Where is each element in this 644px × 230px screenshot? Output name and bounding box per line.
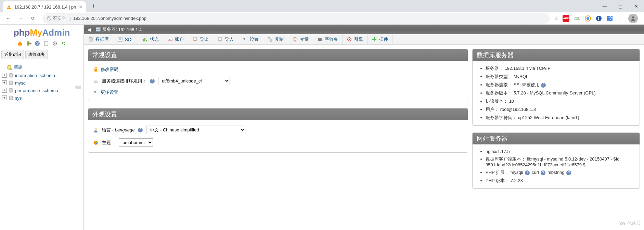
adblock-icon[interactable]: ABP <box>563 15 569 22</box>
svg-point-11 <box>54 43 55 44</box>
menu-databases[interactable]: 数据库 <box>84 34 113 44</box>
svg-rect-24 <box>146 40 147 41</box>
reload-icon[interactable] <box>61 41 67 47</box>
theme-icon <box>93 140 99 145</box>
security-badge: ① 不安全 <box>47 15 66 22</box>
tab-recent[interactable]: 近期访问 <box>1 50 24 59</box>
svg-point-37 <box>96 141 97 142</box>
close-window-button[interactable]: ✕ <box>628 1 644 12</box>
help-icon[interactable]: ? <box>566 170 571 175</box>
url-input[interactable]: ① 不安全 | 192.168.20.7/phpmyadmin/index.ph… <box>42 13 550 24</box>
menu-engines[interactable]: 引擎 <box>343 34 368 44</box>
panel-heading: 常规设置 <box>88 49 468 61</box>
list-item: 服务器字符集： cp1252 West European (latin1) <box>486 114 635 122</box>
list-item: 服务器类型： MySQL <box>486 73 635 81</box>
export-icon <box>192 37 198 42</box>
db-item-information-schema[interactable]: + information_schema <box>2 72 81 79</box>
help-icon[interactable]: ? <box>541 170 545 175</box>
svg-point-34 <box>95 128 97 130</box>
menu-settings[interactable]: 设置 <box>238 34 263 44</box>
change-password-link[interactable]: 修改密码 <box>93 64 463 75</box>
left-column: 常规设置 修改密码 服务器连接排序规则： ? utf8mb4_unicode_c… <box>88 49 468 189</box>
db-item-performance-schema[interactable]: + performance_schema <box>2 87 81 94</box>
logo-toolbar: ? <box>0 39 83 49</box>
new-tab-button[interactable]: + <box>89 1 98 11</box>
logo[interactable]: phpMyAdmin <box>0 25 83 39</box>
address-bar: ← → ⟳ ① 不安全 | 192.168.20.7/phpmyadmin/in… <box>0 12 644 25</box>
svg-rect-23 <box>144 38 145 41</box>
menu-users[interactable]: 账户 <box>163 34 188 44</box>
expand-icon[interactable]: + <box>2 95 7 100</box>
svg-rect-9 <box>44 41 48 46</box>
list-item: PHP 扩展： mysqli ? curl ? mbstring ? <box>486 168 635 177</box>
close-icon[interactable]: ✕ <box>79 4 82 10</box>
help-icon[interactable]: ? <box>525 170 530 175</box>
translate-icon[interactable]: 文 <box>606 15 613 22</box>
profile-avatar[interactable] <box>628 14 638 23</box>
menu-charsets[interactable]: 字符集 <box>313 34 343 44</box>
menu-export[interactable]: 导出 <box>188 34 213 44</box>
db-item-sys[interactable]: + sys <box>2 94 81 102</box>
menu-status[interactable]: 状态 <box>138 34 163 44</box>
expand-icon[interactable]: + <box>2 88 7 93</box>
logout-icon[interactable] <box>26 41 32 47</box>
sidebar: phpMyAdmin ? 近期访问 表收藏夹 新建 + information_… <box>0 25 84 230</box>
help-icon[interactable]: ? <box>541 83 546 88</box>
collation-row: 服务器连接排序规则： ? utf8mb4_unicode_ci <box>93 75 463 87</box>
reload-button[interactable]: ⟳ <box>27 13 38 24</box>
forward-button[interactable]: → <box>15 13 26 24</box>
bookmark-icon[interactable]: ☆ <box>554 15 558 22</box>
collation-select[interactable]: utf8mb4_unicode_ci <box>158 77 230 85</box>
wrench-icon <box>93 90 99 95</box>
menu-import[interactable]: 导入 <box>213 34 238 44</box>
collation-icon <box>93 78 99 84</box>
svg-rect-30 <box>270 40 272 41</box>
panel-heading: 数据库服务器 <box>473 49 640 61</box>
browser-tab[interactable]: 192.168.20.7 / 192.168.1.4 | ph ✕ <box>3 1 86 12</box>
new-database-link[interactable]: 新建 <box>2 63 81 72</box>
extension-icon-2[interactable] <box>595 15 602 22</box>
menu-sql[interactable]: SQL <box>113 34 138 44</box>
web-server-panel: 网站服务器 nginx/1.17.5数据库客户端版本： libmysql - m… <box>472 132 640 189</box>
extension-count[interactable]: 200 <box>574 15 580 22</box>
home-icon[interactable] <box>17 41 23 47</box>
svg-rect-22 <box>143 39 144 41</box>
menu-variables[interactable]: 变量 <box>288 34 313 44</box>
svg-point-26 <box>169 39 170 40</box>
maximize-button[interactable]: ▢ <box>613 1 628 12</box>
expand-crumb-icon[interactable]: ◀ <box>87 27 93 32</box>
sql-docs-icon[interactable] <box>43 41 49 47</box>
list-item: nginx/1.17.5 <box>486 148 635 155</box>
settings-icon[interactable] <box>52 41 58 47</box>
svg-rect-19 <box>96 30 100 31</box>
database-icon <box>8 95 14 101</box>
list-item: 用户： root@192.168.1.3 <box>486 105 635 114</box>
menu-icon[interactable]: ⋮ <box>617 15 624 22</box>
minimize-button[interactable]: ― <box>597 1 613 12</box>
db-item-mysql[interactable]: + mysql <box>2 79 81 87</box>
new-db-icon <box>7 65 12 70</box>
menu-replication[interactable]: 复制 <box>263 34 288 44</box>
db-server-panel: 数据库服务器 服务器： 192.168.1.4 via TCP/IP服务器类型：… <box>472 49 640 126</box>
more-settings-link[interactable]: 更多设置 <box>93 87 463 98</box>
extension-icon-1[interactable] <box>584 15 591 22</box>
svg-point-1 <box>587 17 589 20</box>
expand-icon[interactable]: + <box>2 80 7 85</box>
back-button[interactable]: ← <box>3 13 14 24</box>
menu-plugins[interactable]: 插件 <box>368 34 392 44</box>
pma-app: phpMyAdmin ? 近期访问 表收藏夹 新建 + information_… <box>0 25 644 230</box>
content: 常规设置 修改密码 服务器连接排序规则： ? utf8mb4_unicode_c… <box>84 45 644 193</box>
database-tree: 新建 + information_schema + mysql + perfor… <box>0 61 83 104</box>
help-icon[interactable]: ? <box>138 128 143 132</box>
language-select[interactable]: 中文 - Chinese simplified <box>146 126 245 134</box>
sql-icon <box>117 37 123 42</box>
expand-icon[interactable]: + <box>2 73 7 78</box>
theme-select[interactable]: pmahomme <box>119 138 153 147</box>
tab-title: 192.168.20.7 / 192.168.1.4 | ph <box>14 4 76 10</box>
tab-favorites[interactable]: 表收藏夹 <box>25 50 48 59</box>
breadcrumb-server-link[interactable]: 192.168.1.4 <box>118 27 142 32</box>
collapse-sidebar-icon[interactable] <box>75 86 81 89</box>
docs-icon[interactable]: ? <box>34 41 40 47</box>
help-icon[interactable]: ? <box>150 79 155 84</box>
list-item: PHP 版本： 7.2.23 <box>486 177 635 185</box>
